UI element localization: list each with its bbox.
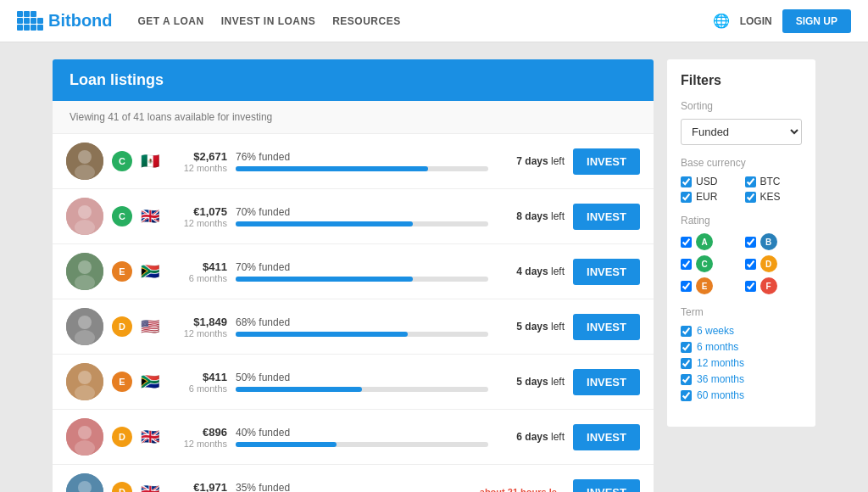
currency-check-usd[interactable]: USD	[681, 176, 738, 187]
invest-button[interactable]: INVEST	[573, 369, 640, 395]
term-check-6-weeks[interactable]: 6 weeks	[681, 325, 802, 337]
flag-icon: 🇬🇧	[141, 207, 159, 226]
avatar	[66, 418, 103, 456]
svg-point-5	[75, 220, 95, 235]
rating-check-c[interactable]: C	[681, 255, 738, 272]
term-check-60-months[interactable]: 60 months	[681, 389, 802, 401]
page-wrap: Loan listings Viewing 41 of 41 loans ava…	[53, 59, 815, 492]
rating-section: Rating A B C D E F	[681, 215, 802, 294]
loan-progress: 35% funded	[236, 482, 471, 492]
invest-button[interactable]: INVEST	[573, 259, 640, 285]
login-button[interactable]: LOGIN	[740, 15, 772, 27]
loan-row: D🇬🇧€89612 months 40% funded 6 days leftI…	[53, 410, 654, 465]
rating-label: Rating	[681, 215, 802, 226]
filters-panel: Filters Sorting Funded Newest Oldest Amo…	[667, 59, 815, 427]
svg-point-7	[78, 260, 92, 274]
flag-icon: 🇬🇧	[141, 483, 159, 492]
sorting-section: Sorting Funded Newest Oldest Amount	[681, 100, 802, 145]
logo-text: Bitbond	[48, 11, 113, 31]
loan-amount: €1,07512 months	[168, 205, 227, 228]
days-left: about 21 hours le...	[480, 487, 565, 492]
loan-amount: $1,84912 months	[168, 316, 227, 338]
term-check-6-months[interactable]: 6 months	[681, 341, 802, 353]
loan-progress: 70% funded	[236, 261, 488, 282]
logo-link[interactable]: Bitbond	[17, 11, 113, 31]
flag-icon: 🇿🇦	[141, 372, 159, 391]
term-check-12-months[interactable]: 12 months	[681, 357, 802, 369]
rating-check-f[interactable]: F	[745, 277, 803, 294]
currency-check-btc[interactable]: BTC	[745, 176, 803, 187]
svg-point-4	[78, 205, 92, 219]
flag-icon: 🇬🇧	[141, 428, 159, 446]
avatar	[66, 363, 103, 400]
rating-badge: D	[112, 482, 132, 492]
rating-check-b[interactable]: B	[745, 233, 803, 250]
loan-row: E🇿🇦$4116 months 50% funded 5 days leftIN…	[53, 355, 654, 410]
rating-check-a[interactable]: A	[681, 233, 738, 250]
term-label: Term	[681, 306, 802, 318]
invest-button[interactable]: INVEST	[573, 204, 640, 230]
nav-get-loan[interactable]: GET A LOAN	[138, 15, 204, 27]
avatar	[66, 253, 103, 290]
rating-badge: E	[112, 261, 132, 282]
currency-grid: USD BTC EUR KES	[681, 176, 802, 203]
nav-invest-loans[interactable]: INVEST IN LOANS	[221, 15, 316, 27]
currency-check-kes[interactable]: KES	[745, 191, 803, 203]
viewing-text: Viewing 41 of 41 loans available for inv…	[53, 101, 654, 134]
invest-button[interactable]: INVEST	[573, 148, 640, 175]
loan-amount: $4116 months	[168, 260, 227, 283]
term-section: Term 6 weeks 6 months 12 months 36 month…	[681, 306, 802, 401]
currency-section: Base currency USD BTC EUR KES	[681, 157, 802, 203]
invest-button[interactable]: INVEST	[573, 424, 640, 450]
currency-check-eur[interactable]: EUR	[681, 191, 738, 203]
navbar: Bitbond GET A LOAN INVEST IN LOANS RESOU…	[0, 0, 868, 42]
loan-progress: 76% funded	[236, 151, 488, 171]
logo-grid	[17, 11, 43, 31]
avatar	[66, 198, 103, 235]
nav-resources[interactable]: RESOURCES	[332, 15, 401, 27]
days-left: 5 days left	[497, 376, 565, 388]
avatar	[66, 143, 103, 180]
avatar	[66, 308, 103, 345]
panel-header: Loan listings	[53, 59, 654, 101]
globe-icon[interactable]: 🌐	[713, 13, 730, 29]
invest-button[interactable]: INVEST	[573, 479, 640, 493]
loan-progress: 50% funded	[236, 372, 488, 392]
invest-button[interactable]: INVEST	[573, 314, 640, 340]
svg-point-10	[78, 316, 92, 329]
term-check-36-months[interactable]: 36 months	[681, 373, 802, 385]
svg-point-1	[78, 150, 92, 164]
rating-check-e[interactable]: E	[681, 277, 738, 294]
avatar	[66, 473, 103, 492]
rating-badge: E	[112, 372, 132, 392]
days-left: 7 days left	[497, 155, 565, 167]
sorting-label: Sorting	[681, 100, 802, 112]
term-list: 6 weeks 6 months 12 months 36 months 60 …	[681, 325, 802, 401]
nav-right: 🌐 LOGIN SIGN UP	[713, 9, 851, 33]
flag-icon: 🇿🇦	[141, 262, 159, 281]
loan-amount: $2,67112 months	[168, 150, 227, 173]
signup-button[interactable]: SIGN UP	[782, 9, 851, 33]
rating-check-d[interactable]: D	[745, 255, 803, 272]
loan-progress: 68% funded	[236, 316, 488, 337]
svg-point-14	[75, 385, 95, 400]
main-panel: Loan listings Viewing 41 of 41 loans ava…	[53, 59, 654, 492]
loan-row: E🇿🇦$4116 months 70% funded 4 days leftIN…	[53, 244, 654, 299]
filters-title: Filters	[681, 73, 802, 88]
currency-label: Base currency	[681, 157, 802, 169]
flag-icon: 🇺🇸	[141, 317, 159, 336]
days-left: 5 days left	[497, 321, 565, 333]
loan-amount: $4116 months	[168, 371, 227, 394]
rating-badge: D	[112, 316, 132, 337]
svg-point-13	[78, 371, 92, 384]
sort-select[interactable]: Funded Newest Oldest Amount	[681, 119, 802, 145]
loan-list: C🇲🇽$2,67112 months 76% funded 7 days lef…	[53, 134, 654, 492]
loan-amount: €1,97112 months	[168, 481, 227, 493]
rating-grid: A B C D E F	[681, 233, 802, 294]
loan-amount: €89612 months	[168, 426, 227, 449]
loan-row: D🇺🇸$1,84912 months 68% funded 5 days lef…	[53, 299, 654, 355]
loan-progress: 40% funded	[236, 427, 488, 447]
days-left: 8 days left	[497, 210, 565, 222]
loan-row: C🇬🇧€1,07512 months 70% funded 8 days lef…	[53, 189, 654, 244]
days-left: 4 days left	[497, 266, 565, 277]
